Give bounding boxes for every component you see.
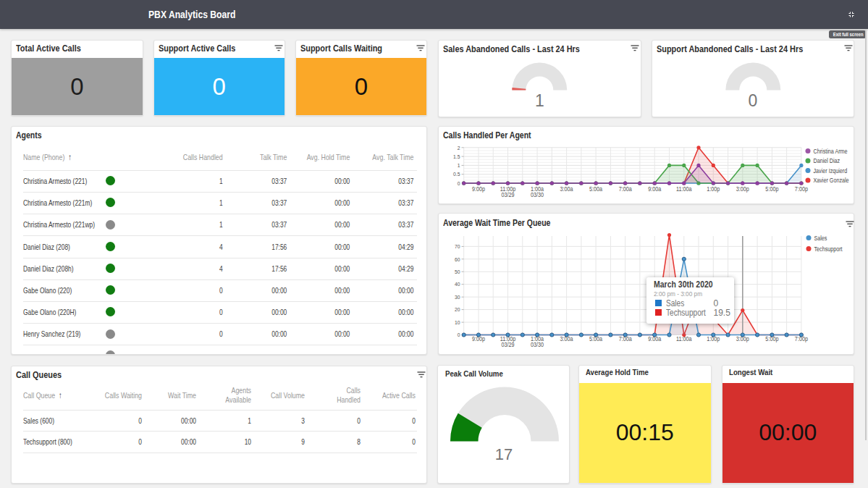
svg-text:7:00p: 7:00p <box>795 185 809 193</box>
svg-text:03/29: 03/29 <box>501 341 514 348</box>
svg-text:0.5: 0.5 <box>453 171 460 178</box>
svg-text:0: 0 <box>458 180 460 187</box>
svg-text:9:00p: 9:00p <box>472 185 486 193</box>
svg-text:03/30: 03/30 <box>531 341 544 348</box>
svg-text:60: 60 <box>455 256 460 263</box>
svg-text:5:00p: 5:00p <box>765 185 779 193</box>
svg-text:Sales: Sales <box>814 235 827 242</box>
svg-text:40: 40 <box>455 281 460 288</box>
svg-text:20: 20 <box>455 306 460 314</box>
svg-text:3:00a: 3:00a <box>560 185 574 193</box>
svg-text:1: 1 <box>458 162 460 169</box>
svg-text:30: 30 <box>455 293 460 300</box>
svg-text:11:00a: 11:00a <box>676 185 692 193</box>
svg-text:70: 70 <box>455 243 460 251</box>
svg-text:03/30: 03/30 <box>531 191 544 198</box>
svg-text:Javier Izquierd: Javier Izquierd <box>814 167 848 174</box>
svg-text:9:00a: 9:00a <box>648 185 662 193</box>
svg-text:Xavier Gonzale: Xavier Gonzale <box>814 177 850 184</box>
svg-text:5:00a: 5:00a <box>589 185 603 193</box>
svg-text:Christina Arme: Christina Arme <box>814 148 848 155</box>
svg-text:Daniel Diaz: Daniel Diaz <box>814 157 840 164</box>
svg-text:2: 2 <box>458 144 460 151</box>
svg-text:03/29: 03/29 <box>501 191 514 198</box>
svg-text:50: 50 <box>455 268 460 275</box>
svg-text:1:00p: 1:00p <box>707 185 720 193</box>
svg-text:1.5: 1.5 <box>453 153 460 160</box>
svg-text:7:00a: 7:00a <box>619 185 633 193</box>
svg-text:Techsupport: Techsupport <box>814 245 843 253</box>
svg-text:10: 10 <box>455 319 460 326</box>
svg-text:3:00p: 3:00p <box>736 185 750 193</box>
svg-text:0: 0 <box>458 332 460 339</box>
